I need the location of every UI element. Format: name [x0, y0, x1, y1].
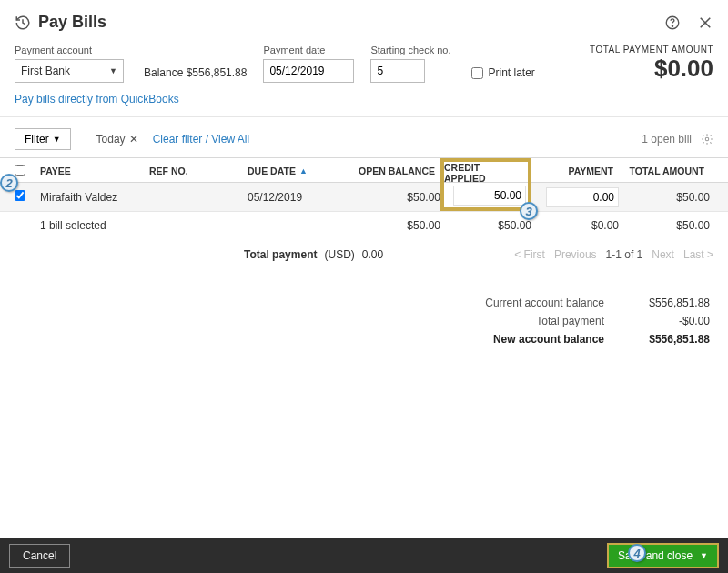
pager-last[interactable]: Last >	[683, 248, 713, 261]
pager-next[interactable]: Next	[652, 248, 674, 261]
row-checkbox[interactable]	[15, 190, 25, 201]
clear-filter-link[interactable]: Clear filter / View All	[153, 133, 249, 146]
history-icon	[15, 15, 31, 31]
print-later-label: Print later	[489, 66, 535, 79]
payment-account-label: Payment account	[15, 45, 124, 55]
help-icon[interactable]	[664, 15, 681, 31]
table-row[interactable]: Mirafaith Valdez 05/12/2019 $50.00 $50.0…	[0, 183, 728, 212]
sum-credit: $50.00	[440, 219, 531, 232]
callout-2: 2	[0, 174, 18, 192]
balance-summary: Current account balance $556,851.88 Tota…	[0, 294, 728, 348]
save-and-close-button[interactable]: Save and close ▼	[607, 543, 719, 568]
select-all-checkbox[interactable]	[15, 165, 25, 176]
page-title: Pay Bills	[15, 13, 664, 32]
callout-3: 3	[520, 202, 538, 220]
chevron-down-icon: ▼	[53, 135, 61, 144]
pager: < First Previous 1-1 of 1 Next Last >	[514, 248, 713, 261]
total-payment-amount: 0.00	[362, 248, 383, 261]
col-refno[interactable]: REF NO.	[149, 166, 248, 176]
col-credit-applied[interactable]: CREDIT APPLIED	[440, 158, 531, 184]
new-balance-value: $556,851.88	[628, 333, 710, 346]
payment-input[interactable]	[546, 187, 619, 207]
payment-date-label: Payment date	[263, 45, 354, 55]
pay-bills-link[interactable]: Pay bills directly from QuickBooks	[15, 93, 179, 106]
new-balance-label: New account balance	[493, 333, 604, 346]
print-later-checkbox[interactable]	[471, 67, 483, 79]
modal-header: Pay Bills	[0, 0, 728, 41]
svg-point-4	[705, 137, 709, 141]
current-balance-value: $556,851.88	[628, 297, 710, 309]
totalpay-label: Total payment	[536, 315, 604, 327]
sum-openbalance: $50.00	[351, 219, 440, 232]
chevron-down-icon: ▼	[700, 551, 708, 560]
today-chip[interactable]: Today ✕	[96, 133, 138, 146]
divider	[0, 116, 728, 117]
col-total-amount[interactable]: TOTAL AMOUNT	[619, 166, 710, 176]
close-icon[interactable]	[697, 15, 713, 31]
table-header: PAYEE REF NO. DUE DATE ▲ OPEN BALANCE CR…	[0, 157, 728, 183]
open-bill-count: 1 open bill	[642, 133, 692, 146]
balance-text: Balance $556,851.88	[144, 66, 247, 79]
chevron-down-icon: ▼	[109, 66, 117, 75]
totalpay-value: -$0.00	[628, 315, 710, 327]
selected-totals-row: 1 bill selected $50.00 $50.00 $0.00 $50.…	[0, 212, 728, 239]
col-duedate[interactable]: DUE DATE ▲	[248, 166, 351, 176]
pager-prev[interactable]: Previous	[554, 248, 597, 261]
payment-account-select[interactable]: First Bank ▼	[15, 59, 124, 83]
sum-total: $50.00	[619, 219, 710, 232]
sum-payment: $0.00	[531, 219, 619, 232]
filter-button[interactable]: Filter ▼	[15, 128, 71, 150]
payment-account-value: First Bank	[21, 65, 70, 77]
starting-check-input[interactable]	[370, 59, 425, 83]
sort-asc-icon: ▲	[299, 166, 308, 176]
title-text: Pay Bills	[38, 13, 106, 32]
total-payment-row: Total payment (USD) 0.00 < First Previou…	[0, 239, 728, 270]
cell-total: $50.00	[619, 191, 710, 204]
selected-count: 1 bill selected	[40, 219, 248, 232]
pager-current: 1-1 of 1	[606, 248, 643, 261]
starting-check-label: Starting check no.	[370, 45, 450, 55]
modal-footer: Cancel Save and close ▼	[0, 538, 728, 573]
pager-first[interactable]: < First	[514, 248, 545, 261]
svg-point-1	[672, 25, 672, 26]
total-payment-amount: TOTAL PAYMENT AMOUNT $0.00	[590, 45, 713, 83]
col-openbalance[interactable]: OPEN BALANCE	[351, 166, 440, 176]
current-balance-label: Current account balance	[485, 297, 604, 309]
col-payee[interactable]: PAYEE	[40, 166, 149, 176]
total-payment-label: Total payment	[244, 248, 317, 261]
form-row: Payment account First Bank ▼ Balance $55…	[0, 45, 728, 83]
remove-icon: ✕	[129, 133, 138, 146]
cancel-button[interactable]: Cancel	[9, 544, 70, 568]
callout-4: 4	[628, 544, 646, 562]
total-payment-label: TOTAL PAYMENT AMOUNT	[590, 45, 713, 55]
payment-date-input[interactable]	[263, 59, 354, 83]
cell-duedate: 05/12/2019	[248, 191, 351, 204]
col-payment[interactable]: PAYMENT	[531, 166, 619, 176]
cell-payee: Mirafaith Valdez	[40, 191, 149, 204]
total-payment-amount-value: $0.00	[590, 55, 713, 83]
bills-table: PAYEE REF NO. DUE DATE ▲ OPEN BALANCE CR…	[0, 157, 728, 212]
gear-icon[interactable]	[701, 133, 713, 146]
filter-button-label: Filter	[25, 133, 49, 146]
cell-openbalance: $50.00	[351, 191, 440, 204]
total-payment-currency: (USD)	[324, 248, 354, 261]
credit-applied-input[interactable]	[453, 186, 526, 206]
